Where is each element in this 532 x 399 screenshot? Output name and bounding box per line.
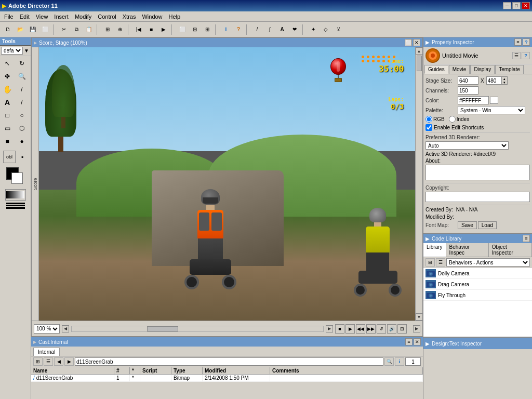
menu-help[interactable]: Help [166, 13, 184, 20]
cast-info-icon[interactable]: i [395, 357, 404, 366]
height-spinner[interactable]: ▲ ▼ [501, 76, 508, 85]
cast-search-icon[interactable]: 🔍 [384, 357, 394, 366]
play-button[interactable]: ▶ [158, 24, 169, 35]
code-options-button[interactable]: ≡ [523, 235, 530, 242]
pi-stage-width[interactable] [458, 76, 478, 85]
tool-obl[interactable]: obl [3, 151, 16, 163]
code-category-select[interactable]: Behaviors - Actions [446, 258, 530, 267]
info-btn[interactable]: i [220, 24, 232, 35]
line-3px[interactable] [6, 207, 25, 209]
roundrect-tool[interactable]: ▭ [1, 122, 14, 135]
scroll-up-button[interactable]: ▲ [416, 47, 423, 55]
gradient-tool[interactable] [5, 189, 26, 201]
text-tool[interactable]: A [1, 96, 14, 109]
fx-btn2[interactable]: ◇ [320, 24, 331, 35]
rewind-button[interactable]: |◀ [133, 24, 144, 35]
background-color[interactable] [11, 172, 23, 184]
tb-grid[interactable]: ⊞ [102, 24, 113, 35]
cast-list-view[interactable]: ☰ [44, 357, 53, 366]
menu-file[interactable]: File [1, 13, 17, 20]
cast-prev[interactable]: ◀ [54, 357, 63, 366]
cut-button[interactable]: ✂ [58, 24, 70, 35]
menu-control[interactable]: Control [95, 13, 119, 20]
pi-tab-movie[interactable]: Movie [449, 65, 470, 74]
line-2px[interactable] [6, 205, 25, 206]
arrow-tool[interactable]: ↖ [1, 57, 14, 70]
pi-help-button[interactable]: ? [523, 38, 530, 46]
pi-color-input[interactable] [458, 96, 489, 104]
scroll-thumb-v[interactable] [417, 56, 422, 71]
line-1px[interactable] [6, 203, 25, 204]
hand-tool[interactable]: ✋ [1, 83, 14, 96]
pi-tab-display[interactable]: Display [470, 65, 495, 74]
right-expand[interactable]: ▶ [413, 325, 420, 332]
scroll-down-button[interactable]: ▼ [416, 313, 423, 321]
pi-help2-icon[interactable]: ? [522, 52, 530, 59]
cast-search-input[interactable] [75, 357, 383, 366]
stage-btn[interactable]: ⬜ [177, 24, 188, 35]
fill-ellipse-tool[interactable]: ● [16, 135, 28, 148]
pi-tab-guides[interactable]: Guides [424, 65, 448, 74]
menu-window[interactable]: Window [139, 13, 165, 20]
close-button[interactable]: ✕ [522, 2, 530, 9]
pi-edit-shortcuts-checkbox[interactable] [425, 124, 432, 131]
cast-collapse-icon[interactable]: ▶ [33, 340, 36, 344]
pi-collapse-icon[interactable]: ▶ [425, 39, 430, 45]
stop-button[interactable]: ■ [145, 24, 157, 35]
curve-btn[interactable]: ∫ [264, 24, 275, 35]
code-grid-icon[interactable]: ⊞ [425, 258, 435, 267]
cast-next[interactable]: ▶ [64, 357, 74, 366]
menu-insert[interactable]: Insert [51, 13, 72, 20]
stage-collapse-icon[interactable]: ▶ [34, 41, 37, 45]
design-collapse-icon[interactable]: ▶ [425, 341, 430, 347]
score-btn[interactable]: ⊟ [189, 24, 201, 35]
code-item-0[interactable]: Dolly Camera [423, 268, 532, 279]
scroll-right-arrow[interactable]: ▶ [326, 325, 333, 332]
tool-square[interactable]: ▪ [16, 151, 29, 163]
code-collapse-icon[interactable]: ▶ [425, 236, 430, 242]
menu-modify[interactable]: Modify [72, 13, 95, 20]
code-item-1[interactable]: Drag Camera [423, 279, 532, 290]
tb-target[interactable]: ⊕ [114, 24, 126, 35]
minimize-button[interactable]: ─ [503, 2, 511, 9]
cast-options-button[interactable]: ≡ [405, 338, 413, 345]
fill-rect-tool[interactable]: ■ [1, 135, 14, 148]
heart-btn[interactable]: ❤ [289, 24, 300, 35]
pi-palette-select[interactable]: System - Win [458, 106, 525, 114]
rect-tool[interactable]: □ [1, 109, 14, 122]
volume-button[interactable]: 🔊 [387, 324, 396, 334]
stage-restore-button[interactable]: ⬜ [405, 39, 412, 46]
code-item-2[interactable]: Fly Through [423, 290, 532, 301]
ellipse-tool[interactable]: ○ [16, 109, 28, 122]
copy-button[interactable]: ⧉ [71, 24, 82, 35]
scroll-left-arrow[interactable]: ◀ [62, 325, 69, 332]
stop-playback[interactable]: ■ [335, 324, 344, 334]
cast-grid-view[interactable]: ⊞ [33, 357, 43, 366]
tb-btn4[interactable]: ⬜ [39, 24, 51, 35]
stage-image-area[interactable]: Time: 35:00 Laps: 0/3 [39, 47, 415, 321]
fx-btn3[interactable]: ⊻ [332, 24, 344, 35]
new-button[interactable]: 🗋 [2, 24, 14, 35]
save-button[interactable]: 💾 [27, 24, 38, 35]
pen-btn[interactable]: / [251, 24, 263, 35]
pi-list-icon[interactable]: ☰ [512, 52, 521, 59]
cast-tab-internal[interactable]: Internal [33, 348, 60, 356]
code-tab-library[interactable]: Library [423, 243, 446, 257]
pi-color-swatch[interactable] [490, 97, 498, 104]
cast-row-0[interactable]: / d11ScreenGrab 1 * Bitmap 2/14/2008 1:5… [31, 375, 423, 382]
menu-edit[interactable]: Edit [17, 13, 33, 20]
pi-rgb-input[interactable] [425, 116, 432, 123]
zoom-select[interactable]: 100 % [34, 324, 60, 334]
pi-load-button[interactable]: Load [478, 221, 497, 229]
pi-preferred3d-select[interactable]: Auto [425, 141, 509, 150]
text-btn[interactable]: A [276, 24, 288, 35]
code-tab-object[interactable]: Object Inspector [489, 243, 532, 257]
pi-copyright-textarea[interactable] [425, 192, 530, 202]
open-button[interactable]: 📂 [15, 24, 26, 35]
audio-options[interactable]: ⊟ [397, 324, 407, 334]
step-forward[interactable]: ▶▶ [366, 324, 376, 334]
maximize-button[interactable]: □ [512, 2, 521, 9]
fx-btn1[interactable]: ✦ [308, 24, 319, 35]
step-back[interactable]: ◀◀ [356, 324, 365, 334]
zoom-tool[interactable]: 🔍 [16, 70, 28, 83]
